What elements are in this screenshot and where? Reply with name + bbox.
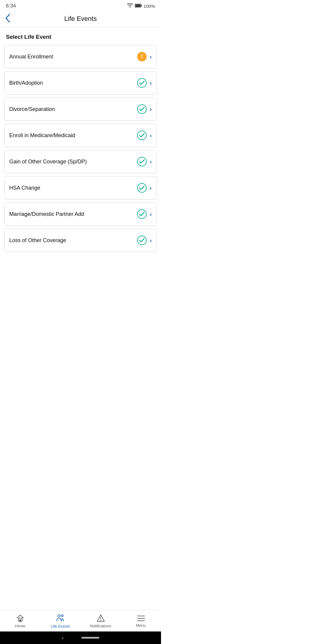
chevron-right-icon: › xyxy=(150,132,152,139)
list-item-right: ! › xyxy=(137,52,152,61)
page-title: Life Events xyxy=(64,15,97,23)
check-badge xyxy=(137,209,147,219)
list-item-label: Divorce/Separation xyxy=(9,106,55,112)
check-badge xyxy=(137,236,147,245)
list-item-gain-other-coverage[interactable]: Gain of Other Coverage (Sp/DP) › xyxy=(4,150,157,173)
check-badge xyxy=(137,157,147,166)
list-item-label: Marriage/Domestic Partner Add xyxy=(9,211,84,217)
list-item-label: Gain of Other Coverage (Sp/DP) xyxy=(9,159,87,165)
chevron-right-icon: › xyxy=(150,237,152,244)
battery-icon xyxy=(135,4,142,9)
back-button[interactable] xyxy=(5,13,11,24)
list-item-annual-enrollment[interactable]: Annual Enrollment ! › xyxy=(4,45,157,68)
list-item-birth-adoption[interactable]: Birth/Adoption › xyxy=(4,71,157,95)
check-badge xyxy=(137,131,147,140)
chevron-right-icon: › xyxy=(150,211,152,218)
wifi-icon xyxy=(127,3,133,9)
list-item-enroll-medicare[interactable]: Enroll in Medicare/Medicaid › xyxy=(4,124,157,147)
list-item-right: › xyxy=(137,104,152,114)
warning-badge: ! xyxy=(137,52,147,61)
list-item-right: › xyxy=(137,236,152,245)
status-icons: 100% xyxy=(127,3,155,9)
chevron-right-icon: › xyxy=(150,106,152,113)
status-time: 6:34 xyxy=(6,3,16,9)
list-item-label: HSA Change xyxy=(9,185,40,191)
svg-point-0 xyxy=(129,7,130,8)
list-item-right: › xyxy=(137,209,152,219)
svg-rect-3 xyxy=(135,4,140,7)
check-badge xyxy=(137,183,147,193)
app-header: Life Events xyxy=(0,11,161,27)
life-events-list: Annual Enrollment ! › Birth/Adoption › D… xyxy=(0,45,161,252)
chevron-right-icon: › xyxy=(150,185,152,191)
battery-percent: 100% xyxy=(144,4,155,9)
svg-rect-2 xyxy=(141,5,142,6)
list-item-loss-other-coverage[interactable]: Loss of Other Coverage › xyxy=(4,229,157,252)
chevron-right-icon: › xyxy=(150,80,152,86)
chevron-right-icon: › xyxy=(150,53,152,60)
section-heading: Select Life Event xyxy=(0,27,161,45)
list-item-label: Loss of Other Coverage xyxy=(9,237,66,244)
status-bar: 6:34 100% xyxy=(0,0,161,11)
list-item-hsa-change[interactable]: HSA Change › xyxy=(4,176,157,199)
list-item-right: › xyxy=(137,78,152,88)
check-badge xyxy=(137,104,147,114)
list-item-right: › xyxy=(137,157,152,166)
list-item-right: › xyxy=(137,183,152,193)
list-item-right: › xyxy=(137,131,152,140)
list-item-label: Annual Enrollment xyxy=(9,54,53,60)
list-item-marriage-domestic[interactable]: Marriage/Domestic Partner Add › xyxy=(4,202,157,226)
list-item-label: Birth/Adoption xyxy=(9,80,43,86)
check-badge xyxy=(137,78,147,88)
chevron-right-icon: › xyxy=(150,158,152,165)
list-item-divorce-separation[interactable]: Divorce/Separation › xyxy=(4,97,157,121)
list-item-label: Enroll in Medicare/Medicaid xyxy=(9,132,75,139)
